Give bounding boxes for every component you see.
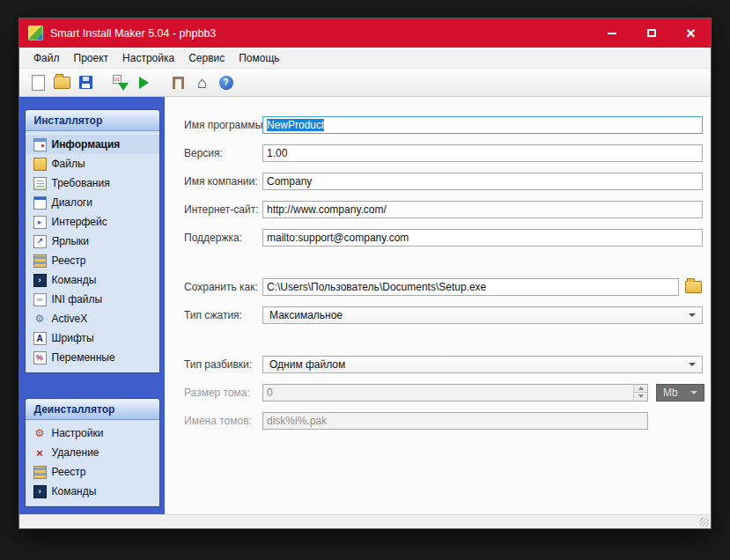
field-website: Интернет-сайт: — [184, 200, 703, 218]
menu-file[interactable]: Файл — [26, 49, 67, 67]
close-button[interactable]: × — [671, 18, 711, 48]
home-icon: ⌂ — [197, 75, 207, 91]
save-as-label: Сохранить как: — [184, 281, 262, 293]
ini-icon — [33, 293, 47, 306]
compile-icon — [113, 75, 129, 91]
sidebar-item-uninstall-settings[interactable]: Настройки — [26, 424, 159, 443]
home-button[interactable]: ⌂ — [190, 71, 214, 94]
support-input[interactable] — [262, 229, 703, 247]
minimize-button[interactable] — [592, 18, 631, 48]
tools-button[interactable] — [166, 71, 190, 94]
sidebar-item-uninstall-commands[interactable]: Команды — [26, 482, 159, 501]
field-split-type: Тип разбивки: Одним файлом — [184, 355, 703, 373]
compression-label: Тип сжатия: — [184, 309, 262, 321]
split-type-select[interactable]: Одним файлом — [262, 356, 703, 373]
app-icon — [28, 26, 43, 41]
sidebar-item-activex[interactable]: ActiveX — [26, 309, 159, 328]
volume-unit-value: Mb — [663, 387, 678, 399]
sidebar-item-requirements[interactable]: Требования — [26, 173, 159, 193]
files-icon — [33, 158, 47, 171]
open-icon — [54, 77, 70, 89]
activex-icon — [33, 313, 47, 326]
selected-text: NewProduct — [267, 119, 324, 131]
registry-icon — [33, 254, 47, 268]
content-area: Инсталлятор Информация Файлы Требования — [19, 97, 711, 515]
browse-button[interactable] — [684, 279, 702, 295]
company-label: Имя компании: — [184, 175, 262, 188]
toolbar: ⌂ ? — [19, 69, 711, 97]
run-icon — [139, 77, 149, 89]
sidebar-item-variables[interactable]: Переменные — [26, 348, 159, 367]
installer-panel-header[interactable]: Инсталлятор — [26, 110, 159, 131]
app-window: Smart Install Maker 5.04 - phpbb3 × Файл… — [18, 18, 712, 529]
split-type-label: Тип разбивки: — [184, 358, 262, 371]
volume-names-input — [262, 412, 648, 430]
field-save-as: Сохранить как: — [184, 277, 703, 296]
maximize-icon — [647, 29, 656, 37]
compile-button[interactable] — [108, 71, 132, 94]
chevron-down-icon — [689, 363, 696, 366]
sidebar-item-registry[interactable]: Реестр — [26, 251, 159, 270]
close-icon: × — [686, 26, 696, 41]
sidebar-item-information[interactable]: Информация — [26, 135, 159, 154]
menu-service[interactable]: Сервис — [181, 49, 232, 67]
sidebar-item-uninstall-delete[interactable]: Удаление — [26, 443, 159, 462]
field-volume-size: Размер тома: Mb — [184, 383, 703, 402]
menubar: Файл Проект Настройка Сервис Помощь — [19, 48, 711, 69]
field-company: Имя компании: — [184, 172, 703, 190]
tools-icon — [173, 77, 184, 89]
minimize-icon — [608, 33, 616, 34]
menu-settings[interactable]: Настройка — [115, 49, 181, 67]
sidebar-item-uninstall-registry[interactable]: Реестр — [26, 462, 159, 482]
variables-icon — [33, 351, 47, 365]
sidebar: Инсталлятор Информация Файлы Требования — [19, 97, 165, 515]
spinner-down-button — [634, 392, 647, 401]
uninstaller-panel: Деинсталлятор Настройки Удаление Реестр — [25, 398, 160, 507]
dialog-icon — [33, 196, 47, 210]
company-input[interactable] — [262, 173, 703, 190]
sidebar-item-fonts[interactable]: Шрифты — [26, 328, 159, 348]
open-button[interactable] — [50, 71, 74, 94]
statusbar — [19, 514, 711, 528]
chevron-down-icon — [690, 391, 697, 394]
save-as-input[interactable] — [262, 278, 679, 296]
sidebar-item-ini-files[interactable]: INI файлы — [26, 290, 159, 309]
uninstaller-panel-body: Настройки Удаление Реестр Команды — [26, 420, 159, 506]
volume-size-label: Размер тома: — [184, 387, 262, 399]
version-input[interactable] — [262, 144, 703, 162]
sidebar-item-shortcuts[interactable]: Ярлыки — [26, 232, 159, 251]
sidebar-item-interface[interactable]: Интерфейс — [26, 212, 159, 232]
sidebar-item-files[interactable]: Файлы — [26, 154, 159, 173]
field-compression: Тип сжатия: Максимальное — [184, 306, 703, 324]
shortcut-icon — [33, 235, 47, 248]
main-form: Имя программы: NewProduct Версия: Имя ко… — [165, 97, 711, 515]
new-icon — [32, 75, 45, 91]
console-icon — [33, 485, 47, 498]
spinner-buttons — [633, 385, 647, 401]
spinner-up-icon — [638, 387, 644, 390]
save-button[interactable] — [74, 71, 98, 94]
program-name-input[interactable]: NewProduct — [262, 116, 703, 134]
interface-icon — [33, 216, 47, 229]
menu-project[interactable]: Проект — [67, 49, 116, 67]
maximize-button[interactable] — [631, 18, 671, 48]
new-button[interactable] — [26, 71, 50, 94]
window-controls: × — [592, 18, 711, 48]
chevron-down-icon — [689, 313, 696, 317]
installer-panel: Инсталлятор Информация Файлы Требования — [25, 109, 160, 373]
titlebar: Smart Install Maker 5.04 - phpbb3 × — [19, 18, 711, 48]
menu-help[interactable]: Помощь — [232, 49, 286, 67]
field-version: Версия: — [184, 144, 703, 162]
sidebar-item-commands[interactable]: Команды — [26, 270, 159, 290]
compression-value: Максимальное — [269, 309, 343, 321]
compression-select[interactable]: Максимальное — [262, 306, 703, 324]
field-program-name: Имя программы: NewProduct — [184, 115, 703, 134]
field-volume-names: Имена томов: — [184, 411, 703, 430]
help-button[interactable]: ? — [214, 71, 238, 94]
website-input[interactable] — [262, 201, 703, 218]
uninstaller-panel-header[interactable]: Деинсталлятор — [26, 399, 159, 420]
sidebar-item-dialogs[interactable]: Диалоги — [26, 193, 159, 212]
help-icon: ? — [219, 76, 233, 90]
resize-grip-icon[interactable] — [700, 518, 709, 527]
run-button[interactable] — [132, 71, 156, 94]
